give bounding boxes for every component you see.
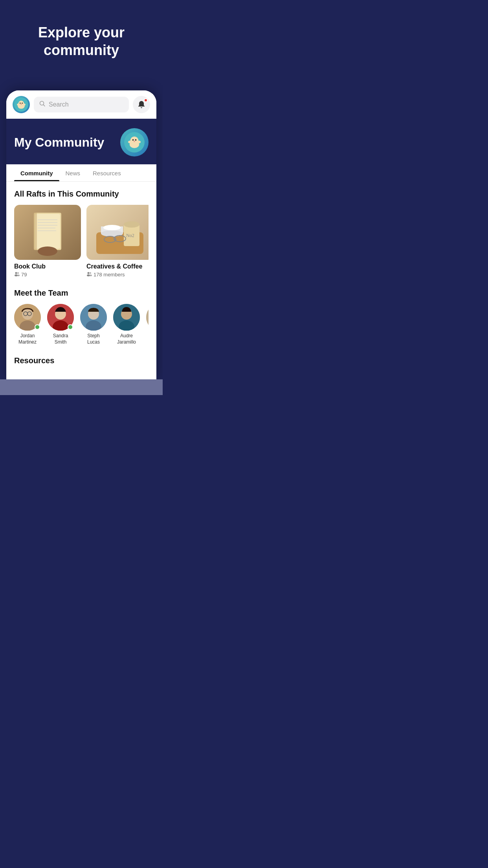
svg-point-3 [20, 103, 21, 104]
audre-name: Audre Jaramillo [113, 333, 140, 345]
svg-point-16 [128, 141, 132, 143]
main-content: All Rafts in This Community [6, 182, 156, 379]
notification-button[interactable] [133, 96, 150, 113]
svg-point-5 [20, 104, 22, 105]
svg-point-37 [124, 221, 139, 228]
resources-section: Resources [14, 353, 149, 365]
rafts-scroll: Book Club 79 [14, 205, 149, 278]
notification-dot [144, 98, 148, 102]
tab-news[interactable]: News [59, 164, 87, 181]
svg-rect-66 [146, 304, 149, 331]
steph-avatar [80, 304, 107, 331]
svg-point-13 [132, 139, 134, 141]
search-bar[interactable]: Search [34, 97, 129, 112]
tab-resources[interactable]: Resources [86, 164, 127, 181]
cat-name: Cat Gro [146, 333, 149, 345]
team-member-steph[interactable]: Steph Lucas [80, 304, 107, 345]
phone-card: Search My Community [6, 90, 156, 379]
svg-point-35 [103, 225, 121, 230]
hero-title: Explore your community [16, 24, 147, 59]
svg-point-15 [134, 141, 135, 142]
team-section-title: Meet the Team [14, 289, 149, 298]
people-icon-2 [86, 272, 92, 278]
rafts-section-title: All Rafts in This Community [14, 189, 149, 199]
svg-point-2 [18, 101, 24, 106]
raft-name-creatives-coffee: Creatives & Coffee [86, 263, 149, 270]
steph-name: Steph Lucas [80, 333, 107, 345]
svg-point-28 [15, 274, 18, 276]
community-title: My Community [14, 135, 104, 150]
resources-section-title: Resources [14, 356, 149, 365]
raft-name-book-club: Book Club [14, 263, 81, 270]
sandra-online-dot [68, 324, 73, 330]
community-avatar [120, 128, 149, 156]
svg-text:No2: No2 [126, 233, 134, 238]
raft-members-book-club: 79 [14, 272, 81, 278]
svg-rect-19 [35, 214, 60, 249]
svg-line-9 [44, 105, 45, 107]
tab-community[interactable]: Community [14, 164, 59, 181]
jordan-avatar-wrap [14, 304, 41, 331]
community-banner: My Community [6, 119, 156, 164]
team-scroll: Jordan Martinez [14, 304, 149, 345]
svg-line-40 [114, 239, 116, 239]
cat-avatar-wrap [146, 304, 149, 331]
svg-point-29 [17, 272, 19, 274]
cat-avatar [146, 304, 149, 331]
user-avatar[interactable] [13, 96, 30, 113]
raft-members-creatives-coffee: 178 members [86, 272, 149, 278]
svg-point-17 [137, 141, 141, 143]
audre-avatar [113, 304, 140, 331]
sandra-name: Sandra Smith [47, 333, 74, 345]
rafts-section: All Rafts in This Community [14, 189, 149, 278]
jordan-online-dot [35, 324, 40, 330]
people-icon [14, 272, 20, 278]
svg-point-14 [135, 139, 137, 141]
hero-section: Explore your community [0, 0, 163, 90]
jordan-name: Jordan Martinez [14, 333, 41, 345]
team-member-audre[interactable]: Audre Jaramillo [113, 304, 140, 345]
raft-card-book-club[interactable]: Book Club 79 [14, 205, 81, 278]
search-icon [39, 101, 46, 108]
svg-point-12 [130, 136, 139, 145]
team-member-cat[interactable]: Cat Gro [146, 304, 149, 345]
sandra-avatar-wrap [47, 304, 74, 331]
svg-point-6 [17, 103, 20, 105]
top-bar: Search [6, 90, 156, 119]
svg-point-7 [23, 103, 26, 105]
tabs-bar: Community News Resources [6, 164, 156, 182]
raft-card-creatives-coffee[interactable]: No2 Creatives & Coffee [86, 205, 149, 278]
svg-point-30 [17, 275, 20, 276]
svg-rect-25 [34, 213, 37, 250]
raft-image-book-club [14, 205, 81, 260]
svg-point-44 [90, 272, 91, 274]
team-member-jordan[interactable]: Jordan Martinez [14, 304, 41, 345]
svg-point-26 [38, 246, 57, 256]
search-input[interactable]: Search [49, 101, 69, 108]
team-member-sandra[interactable]: Sandra Smith [47, 304, 74, 345]
steph-avatar-wrap [80, 304, 107, 331]
svg-point-4 [22, 103, 23, 104]
bottom-background [0, 379, 163, 395]
svg-point-43 [87, 274, 90, 276]
svg-point-42 [88, 272, 90, 274]
svg-point-45 [90, 275, 92, 276]
raft-image-creatives-coffee: No2 [86, 205, 149, 260]
svg-point-27 [15, 272, 17, 274]
audre-avatar-wrap [113, 304, 140, 331]
team-section: Meet the Team [14, 289, 149, 345]
